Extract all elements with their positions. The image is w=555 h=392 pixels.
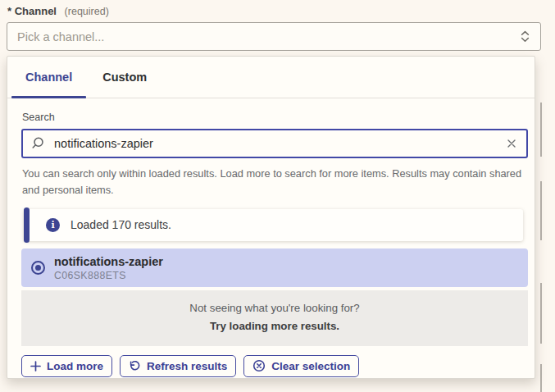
tab-channel[interactable]: Channel [11, 57, 86, 98]
load-more-button[interactable]: Load more [21, 355, 112, 377]
hint-line2: Try loading more results. [30, 317, 520, 335]
info-icon: i [46, 218, 60, 232]
load-more-label: Load more [47, 360, 103, 372]
alert-text: Loaded 170 results. [71, 218, 171, 231]
required-asterisk: * [7, 5, 11, 17]
background-field-edge [540, 181, 542, 240]
clear-selection-button[interactable]: Clear selection [243, 355, 359, 377]
search-input[interactable] [21, 129, 528, 158]
plus-icon [30, 361, 41, 371]
loaded-results-alert: i Loaded 170 results. [24, 209, 523, 241]
refresh-results-button[interactable]: Refresh results [120, 355, 236, 377]
field-label-row: * Channel (required) [7, 5, 109, 17]
channel-select[interactable]: Pick a channel... [7, 22, 541, 51]
option-title: notifications-zapier [54, 254, 163, 269]
channel-dropdown-panel: Channel Custom Search Y [7, 56, 535, 379]
required-note: (required) [65, 6, 109, 17]
load-more-hint: Not seeing what you're looking for? Try … [21, 290, 528, 346]
radio-dot [35, 265, 41, 271]
hint-line1: Not seeing what you're looking for? [30, 299, 520, 317]
clear-circle-icon [252, 359, 266, 372]
background-field-edge [540, 283, 542, 344]
clear-search-button[interactable] [502, 135, 521, 152]
refresh-results-label: Refresh results [147, 360, 227, 372]
close-icon [506, 138, 517, 149]
background-field-edge [540, 364, 542, 392]
dropdown-tabs: Channel Custom [7, 57, 535, 98]
option-id: C06SK888ETS [54, 270, 163, 281]
radio-button-selected[interactable] [31, 261, 45, 275]
alert-accent-bar [24, 207, 30, 243]
tab-custom-label: Custom [102, 71, 147, 84]
tab-channel-label: Channel [25, 71, 72, 84]
dropdown-actions: Load more Refresh results [21, 355, 528, 377]
clear-selection-label: Clear selection [271, 360, 350, 372]
channel-option-row[interactable]: notifications-zapier C06SK888ETS [21, 248, 528, 287]
search-label: Search [22, 112, 528, 123]
background-field-edge [540, 103, 542, 157]
field-label: Channel [15, 5, 57, 17]
tab-custom[interactable]: Custom [89, 57, 161, 98]
search-helper-text: You can search only within loaded result… [22, 166, 527, 199]
select-placeholder: Pick a channel... [17, 30, 520, 43]
chevron-up-down-icon [520, 30, 530, 43]
refresh-icon [129, 360, 141, 372]
option-text: notifications-zapier C06SK888ETS [54, 254, 163, 281]
search-field [21, 129, 528, 158]
dropdown-body: Search You can search only within loaded… [7, 98, 535, 377]
